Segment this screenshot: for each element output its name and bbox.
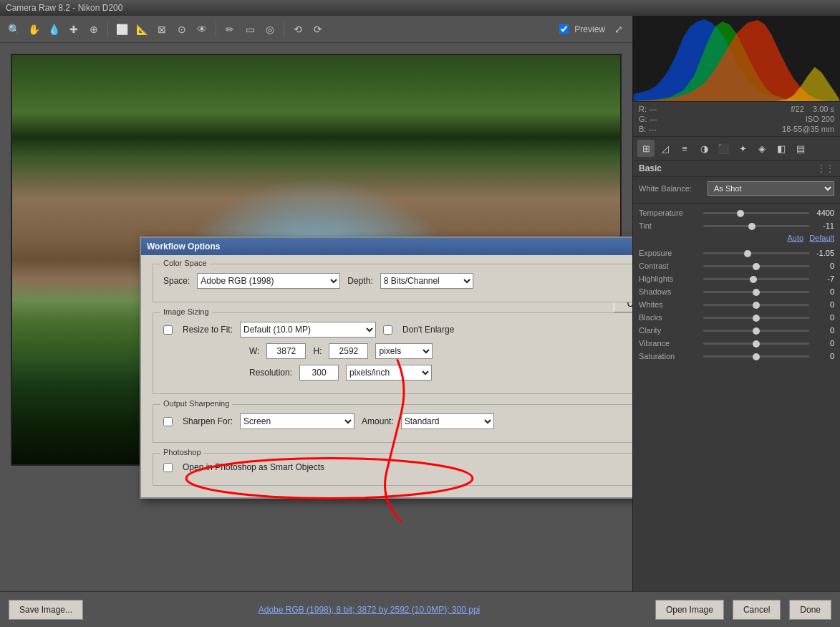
panel-camera-calibration-icon[interactable]: ◧: [773, 140, 790, 157]
color-space-section: Color Space Space: Adobe RGB (1998) Dept…: [153, 264, 632, 302]
resolution-label: Resolution:: [249, 368, 292, 378]
crop-tool-icon[interactable]: ⬜: [114, 21, 130, 37]
panel-detail-icon[interactable]: ≡: [676, 140, 693, 157]
redeye-icon[interactable]: 👁: [194, 21, 210, 37]
amount-select[interactable]: Standard Low High: [401, 413, 494, 429]
tint-track: [703, 225, 809, 227]
amount-label: Amount:: [362, 416, 394, 426]
panel-lens-icon[interactable]: ✦: [734, 140, 751, 157]
resize-select[interactable]: Default (10.0 MP): [240, 322, 376, 338]
toolbar-right: Preview ⤢: [559, 21, 627, 37]
fullscreen-icon[interactable]: ⤢: [611, 21, 627, 37]
vibrance-thumb[interactable]: [753, 340, 760, 348]
straighten-icon[interactable]: 📐: [134, 21, 150, 37]
temperature-thumb[interactable]: [737, 210, 744, 217]
highlights-thumb[interactable]: [750, 276, 757, 283]
tint-value: -11: [809, 221, 834, 230]
contrast-row: Contrast 0: [639, 261, 834, 271]
dont-enlarge-checkbox[interactable]: [383, 325, 392, 335]
global-cancel-button[interactable]: Cancel: [733, 600, 781, 620]
workflow-dialog[interactable]: Workflow Options OK Cancel Color Space S…: [140, 236, 632, 499]
hand-tool-icon[interactable]: ✋: [26, 21, 42, 37]
preview-checkbox[interactable]: [559, 24, 569, 34]
color-sampler-icon[interactable]: ✚: [66, 21, 82, 37]
white-balance-section: White Balance: As Shot Auto Daylight Clo…: [633, 177, 840, 204]
vibrance-row: Vibrance 0: [639, 338, 834, 348]
output-sharpening-legend: Output Sharpening: [160, 399, 232, 408]
image-sizing-legend: Image Sizing: [160, 307, 212, 316]
whites-row: Whites 0: [639, 300, 834, 310]
blacks-label: Blacks: [639, 313, 703, 322]
depth-select[interactable]: 8 Bits/Channel: [380, 273, 473, 289]
whites-value: 0: [809, 300, 834, 309]
clarity-thumb[interactable]: [753, 327, 760, 335]
smart-objects-checkbox[interactable]: [163, 463, 173, 472]
main-layout: 🔍 ✋ 💧 ✚ ⊕ ⬜ 📐 ⊠ ⊙ 👁 ✏ ▭ ◎ ⟲ ⟳ Preview ⤢: [0, 16, 840, 627]
sliders-list: Exposure -1.05 Contrast: [639, 248, 834, 361]
spot-removal-icon[interactable]: ⊙: [174, 21, 190, 37]
image-sizing-section: Image Sizing Resize to Fit: Default (10.…: [153, 312, 632, 394]
temperature-value: 4400: [809, 209, 834, 217]
white-balance-tool-icon[interactable]: 💧: [46, 21, 62, 37]
blacks-thumb[interactable]: [753, 315, 760, 322]
photo-container: Workflow Options OK Cancel Color Space S…: [0, 43, 632, 606]
white-balance-select[interactable]: As Shot Auto Daylight Cloudy Shade Tungs…: [708, 181, 834, 196]
open-image-button[interactable]: Open Image: [655, 600, 724, 620]
saturation-value: 0: [809, 352, 834, 360]
resize-checkbox[interactable]: [163, 325, 173, 335]
h-label: H:: [313, 346, 322, 356]
grad-filter-icon[interactable]: ▭: [242, 21, 258, 37]
panel-split-tone-icon[interactable]: ⬛: [715, 140, 732, 157]
panel-tone-curve-icon[interactable]: ◿: [657, 140, 674, 157]
rotate-icon[interactable]: ⟳: [310, 21, 326, 37]
tint-row: Tint -11: [639, 221, 834, 231]
panel-tool-icons: ⊞ ◿ ≡ ◑ ⬛ ✦ ◈ ◧ ▤: [633, 137, 840, 161]
resolution-unit-select[interactable]: pixels/inch: [346, 365, 432, 380]
highlights-row: Highlights -7: [639, 274, 834, 284]
shadows-row: Shadows 0: [639, 287, 834, 297]
auto-default-row: Auto Default: [639, 234, 834, 242]
resolution-input[interactable]: [299, 365, 339, 380]
transform-icon[interactable]: ⊠: [154, 21, 170, 37]
sharpen-for-select[interactable]: Screen Matte Paper Glossy Paper: [240, 413, 354, 429]
preview-label[interactable]: Preview: [574, 24, 605, 34]
exposure-thumb[interactable]: [744, 250, 751, 257]
color-space-legend: Color Space: [160, 259, 210, 267]
saturation-thumb[interactable]: [753, 353, 760, 360]
clarity-row: Clarity 0: [639, 325, 834, 335]
sharpen-checkbox[interactable]: [163, 417, 173, 426]
default-button[interactable]: Default: [809, 234, 834, 242]
width-input[interactable]: [266, 343, 306, 359]
rad-filter-icon[interactable]: ◎: [262, 21, 278, 37]
panel-hsl-icon[interactable]: ◑: [695, 140, 713, 157]
contrast-thumb[interactable]: [753, 263, 760, 270]
auto-button[interactable]: Auto: [788, 234, 804, 242]
panel-presets-icon[interactable]: ▤: [792, 140, 809, 157]
panel-effects-icon[interactable]: ◈: [753, 140, 771, 157]
done-button[interactable]: Done: [789, 600, 831, 620]
preferences-icon[interactable]: ⟲: [290, 21, 306, 37]
height-input[interactable]: [329, 343, 368, 359]
panel-basic-icon[interactable]: ⊞: [637, 140, 655, 157]
smart-objects-label: Open in Photoshop as Smart Objects: [183, 462, 324, 472]
space-label: Space:: [163, 276, 190, 286]
highlights-value: -7: [809, 274, 834, 283]
adjustment-brush-icon[interactable]: ✏: [222, 21, 238, 37]
tint-thumb[interactable]: [748, 223, 755, 230]
aperture-shutter: f/22 3.00 s: [782, 105, 834, 113]
resize-row: Resize to Fit: Default (10.0 MP) Don't E…: [163, 322, 632, 338]
save-image-button[interactable]: Save Image...: [9, 600, 83, 620]
tint-label: Tint: [639, 221, 703, 230]
photo-area: 🔍 ✋ 💧 ✚ ⊕ ⬜ 📐 ⊠ ⊙ 👁 ✏ ▭ ◎ ⟲ ⟳ Preview ⤢: [0, 16, 632, 627]
shadows-thumb[interactable]: [753, 289, 760, 296]
target-icon[interactable]: ⊕: [86, 21, 102, 37]
saturation-label: Saturation: [639, 352, 703, 360]
histogram-area: [633, 16, 840, 102]
whites-thumb[interactable]: [753, 302, 760, 309]
zoom-tool-icon[interactable]: 🔍: [6, 21, 21, 37]
workflow-info-link[interactable]: Adobe RGB (1998); 8 bit; 3872 by 2592 (1…: [92, 605, 647, 615]
pixels-select[interactable]: pixels: [375, 343, 433, 359]
space-select[interactable]: Adobe RGB (1998): [197, 273, 340, 289]
blacks-value: 0: [809, 313, 834, 322]
panel-header: Basic ⋮⋮: [633, 161, 840, 177]
